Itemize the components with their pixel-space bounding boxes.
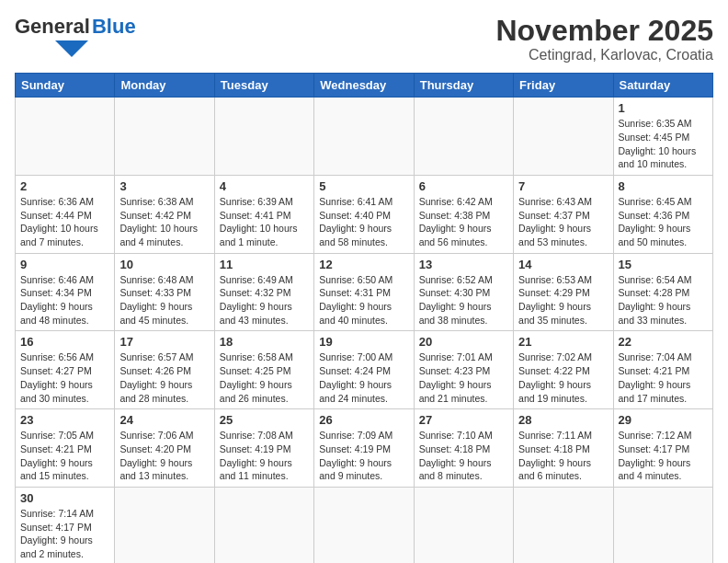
day-number: 11: [220, 258, 309, 271]
header-sunday: Sunday: [16, 74, 115, 98]
day-number: 2: [20, 179, 109, 193]
calendar-empty-cell: [414, 487, 513, 563]
day-info: Sunrise: 7:00 AM Sunset: 4:24 PM Dayligh…: [319, 350, 408, 405]
day-info: Sunrise: 7:12 AM Sunset: 4:17 PM Dayligh…: [619, 429, 708, 483]
calendar-day-cell: 29Sunrise: 7:12 AM Sunset: 4:17 PM Dayli…: [613, 409, 712, 488]
calendar-day-cell: 10Sunrise: 6:48 AM Sunset: 4:33 PM Dayli…: [115, 253, 214, 331]
calendar-day-cell: 19Sunrise: 7:00 AM Sunset: 4:24 PM Dayli…: [314, 331, 414, 409]
svg-marker-0: [55, 40, 88, 57]
calendar-week-row: 30Sunrise: 7:14 AM Sunset: 4:17 PM Dayli…: [16, 487, 713, 563]
calendar-week-row: 9Sunrise: 6:46 AM Sunset: 4:34 PM Daylig…: [16, 253, 713, 331]
day-info: Sunrise: 6:41 AM Sunset: 4:40 PM Dayligh…: [319, 195, 408, 249]
calendar-day-cell: 1Sunrise: 6:35 AM Sunset: 4:45 PM Daylig…: [613, 98, 712, 176]
day-number: 29: [619, 413, 708, 427]
calendar-day-cell: 5Sunrise: 6:41 AM Sunset: 4:40 PM Daylig…: [314, 175, 414, 253]
calendar-day-cell: 22Sunrise: 7:04 AM Sunset: 4:21 PM Dayli…: [613, 331, 712, 409]
day-number: 27: [419, 413, 508, 427]
calendar-empty-cell: [115, 487, 214, 563]
day-info: Sunrise: 6:58 AM Sunset: 4:25 PM Dayligh…: [220, 350, 309, 405]
calendar-day-cell: 24Sunrise: 7:06 AM Sunset: 4:20 PM Dayli…: [115, 409, 214, 488]
logo-triangle-icon: [55, 40, 88, 57]
calendar-day-cell: 15Sunrise: 6:54 AM Sunset: 4:28 PM Dayli…: [613, 253, 712, 331]
calendar-day-cell: 11Sunrise: 6:49 AM Sunset: 4:32 PM Dayli…: [214, 253, 313, 331]
calendar-day-cell: 20Sunrise: 7:01 AM Sunset: 4:23 PM Dayli…: [414, 331, 513, 409]
header-tuesday: Tuesday: [214, 74, 313, 98]
day-number: 23: [20, 413, 109, 427]
day-info: Sunrise: 6:42 AM Sunset: 4:38 PM Dayligh…: [419, 195, 508, 249]
calendar-day-cell: 27Sunrise: 7:10 AM Sunset: 4:18 PM Dayli…: [414, 409, 513, 488]
day-info: Sunrise: 6:38 AM Sunset: 4:42 PM Dayligh…: [119, 195, 209, 249]
calendar-empty-cell: [115, 98, 214, 176]
day-info: Sunrise: 6:39 AM Sunset: 4:41 PM Dayligh…: [220, 195, 309, 249]
day-info: Sunrise: 7:02 AM Sunset: 4:22 PM Dayligh…: [518, 350, 608, 405]
calendar-week-row: 2Sunrise: 6:36 AM Sunset: 4:44 PM Daylig…: [16, 175, 713, 253]
day-info: Sunrise: 6:45 AM Sunset: 4:36 PM Dayligh…: [619, 195, 708, 249]
day-info: Sunrise: 6:49 AM Sunset: 4:32 PM Dayligh…: [220, 273, 309, 327]
day-info: Sunrise: 7:11 AM Sunset: 4:18 PM Dayligh…: [518, 429, 608, 483]
header-thursday: Thursday: [414, 74, 513, 98]
page-header: General Blue November 2025 Cetingrad, Ka…: [15, 15, 713, 63]
day-number: 10: [119, 258, 209, 271]
header-friday: Friday: [514, 74, 613, 98]
calendar-day-cell: 8Sunrise: 6:45 AM Sunset: 4:36 PM Daylig…: [613, 175, 712, 253]
day-info: Sunrise: 7:08 AM Sunset: 4:19 PM Dayligh…: [220, 429, 309, 483]
day-info: Sunrise: 6:52 AM Sunset: 4:30 PM Dayligh…: [419, 273, 508, 327]
day-number: 25: [220, 413, 309, 427]
calendar-day-cell: 2Sunrise: 6:36 AM Sunset: 4:44 PM Daylig…: [16, 175, 115, 253]
calendar-week-row: 23Sunrise: 7:05 AM Sunset: 4:21 PM Dayli…: [16, 409, 713, 488]
day-info: Sunrise: 6:46 AM Sunset: 4:34 PM Dayligh…: [20, 273, 109, 327]
header-saturday: Saturday: [613, 74, 712, 98]
weekday-header-row: Sunday Monday Tuesday Wednesday Thursday…: [16, 74, 713, 98]
day-info: Sunrise: 7:10 AM Sunset: 4:18 PM Dayligh…: [419, 429, 508, 483]
day-number: 30: [20, 491, 109, 505]
calendar-table: Sunday Monday Tuesday Wednesday Thursday…: [15, 73, 713, 563]
calendar-empty-cell: [314, 487, 414, 563]
day-info: Sunrise: 6:48 AM Sunset: 4:33 PM Dayligh…: [119, 273, 209, 327]
day-number: 26: [319, 413, 408, 427]
header-monday: Monday: [115, 74, 214, 98]
calendar-day-cell: 25Sunrise: 7:08 AM Sunset: 4:19 PM Dayli…: [214, 409, 313, 488]
day-number: 21: [518, 335, 608, 349]
day-number: 15: [619, 258, 708, 271]
calendar-day-cell: 4Sunrise: 6:39 AM Sunset: 4:41 PM Daylig…: [214, 175, 313, 253]
day-number: 22: [619, 335, 708, 349]
calendar-day-cell: 16Sunrise: 6:56 AM Sunset: 4:27 PM Dayli…: [16, 331, 115, 409]
day-info: Sunrise: 6:35 AM Sunset: 4:45 PM Dayligh…: [619, 117, 708, 171]
calendar-title-block: November 2025 Cetingrad, Karlovac, Croat…: [495, 15, 713, 63]
calendar-week-row: 16Sunrise: 6:56 AM Sunset: 4:27 PM Dayli…: [16, 331, 713, 409]
calendar-empty-cell: [514, 487, 613, 563]
day-number: 4: [220, 179, 309, 193]
day-number: 3: [119, 179, 209, 193]
calendar-day-cell: 12Sunrise: 6:50 AM Sunset: 4:31 PM Dayli…: [314, 253, 414, 331]
calendar-day-cell: 6Sunrise: 6:42 AM Sunset: 4:38 PM Daylig…: [414, 175, 513, 253]
day-number: 17: [119, 335, 209, 349]
day-number: 20: [419, 335, 508, 349]
day-number: 16: [20, 335, 109, 349]
logo-blue-text: Blue: [92, 15, 136, 39]
calendar-empty-cell: [314, 98, 414, 176]
day-info: Sunrise: 7:04 AM Sunset: 4:21 PM Dayligh…: [619, 350, 708, 405]
day-number: 28: [518, 413, 608, 427]
day-info: Sunrise: 6:43 AM Sunset: 4:37 PM Dayligh…: [518, 195, 608, 249]
day-info: Sunrise: 6:56 AM Sunset: 4:27 PM Dayligh…: [20, 350, 109, 405]
calendar-day-cell: 7Sunrise: 6:43 AM Sunset: 4:37 PM Daylig…: [514, 175, 613, 253]
day-info: Sunrise: 6:50 AM Sunset: 4:31 PM Dayligh…: [319, 273, 408, 327]
calendar-day-cell: 13Sunrise: 6:52 AM Sunset: 4:30 PM Dayli…: [414, 253, 513, 331]
day-info: Sunrise: 6:53 AM Sunset: 4:29 PM Dayligh…: [518, 273, 608, 327]
calendar-day-cell: 30Sunrise: 7:14 AM Sunset: 4:17 PM Dayli…: [16, 487, 115, 563]
calendar-day-cell: 3Sunrise: 6:38 AM Sunset: 4:42 PM Daylig…: [115, 175, 214, 253]
day-number: 13: [419, 258, 508, 271]
day-info: Sunrise: 7:06 AM Sunset: 4:20 PM Dayligh…: [119, 429, 209, 483]
calendar-empty-cell: [414, 98, 513, 176]
calendar-location: Cetingrad, Karlovac, Croatia: [495, 47, 713, 63]
day-info: Sunrise: 7:05 AM Sunset: 4:21 PM Dayligh…: [20, 429, 109, 483]
calendar-month-year: November 2025: [495, 15, 713, 47]
day-number: 14: [518, 258, 608, 271]
calendar-day-cell: 28Sunrise: 7:11 AM Sunset: 4:18 PM Dayli…: [514, 409, 613, 488]
logo: General Blue: [15, 15, 136, 57]
day-number: 12: [319, 258, 408, 271]
day-number: 19: [319, 335, 408, 349]
calendar-day-cell: 9Sunrise: 6:46 AM Sunset: 4:34 PM Daylig…: [16, 253, 115, 331]
day-number: 1: [619, 101, 708, 115]
day-number: 18: [220, 335, 309, 349]
